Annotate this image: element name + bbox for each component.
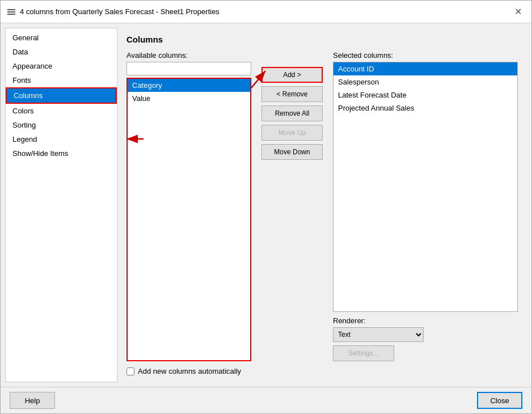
sidebar-item-show-hide[interactable]: Show/Hide Items: [6, 146, 117, 160]
sidebar-item-appearance[interactable]: Appearance: [6, 59, 117, 73]
window-close-button[interactable]: ✕: [511, 5, 525, 19]
selected-item-projected-sales[interactable]: Projected Annual Sales: [333, 102, 517, 115]
dialog-title: 4 columns from Quarterly Sales Forecast …: [20, 7, 219, 16]
sidebar: General Data Appearance Fonts Columns Co…: [5, 28, 117, 382]
selected-label: Selected columns:: [333, 51, 518, 60]
title-bar: 4 columns from Quarterly Sales Forecast …: [1, 1, 531, 23]
remove-button[interactable]: < Remove: [261, 86, 323, 102]
renderer-section: Renderer: Text Number Date Boolean Setti…: [333, 316, 518, 361]
sidebar-item-legend[interactable]: Legend: [6, 132, 117, 146]
dialog-footer: Help Close: [1, 387, 531, 413]
selected-item-salesperson[interactable]: Salesperson: [333, 75, 517, 88]
buttons-section: Add > < Remove Remove All Move Up Move D…: [258, 51, 326, 361]
move-down-button[interactable]: Move Down: [261, 144, 323, 160]
add-button[interactable]: Add >: [261, 67, 323, 83]
list-item-category[interactable]: Category: [128, 79, 250, 92]
auto-add-checkbox[interactable]: [126, 367, 134, 375]
main-content: Columns Available columns: Category Valu…: [117, 28, 527, 382]
available-columns-section: Available columns: Category Value: [126, 51, 251, 361]
available-label: Available columns:: [126, 51, 251, 60]
dialog-body: General Data Appearance Fonts Columns Co…: [1, 23, 531, 387]
list-item-value[interactable]: Value: [128, 92, 250, 105]
help-button[interactable]: Help: [10, 392, 55, 409]
remove-all-button[interactable]: Remove All: [261, 105, 323, 121]
auto-add-label: Add new columns automatically: [138, 367, 241, 375]
close-button[interactable]: Close: [477, 392, 522, 409]
available-columns-list: Category Value: [126, 78, 251, 361]
selected-columns-section: Selected columns: Account ID Salesperson…: [333, 51, 518, 361]
renderer-label: Renderer:: [333, 316, 518, 325]
auto-add-row: Add new columns automatically: [126, 367, 518, 375]
columns-area: Available columns: Category Value: [126, 51, 518, 361]
sidebar-item-data[interactable]: Data: [6, 45, 117, 59]
sidebar-item-general[interactable]: General: [6, 31, 117, 45]
renderer-select[interactable]: Text Number Date Boolean: [333, 327, 424, 342]
sidebar-item-colors[interactable]: Colors: [6, 104, 117, 118]
sidebar-item-columns[interactable]: Columns: [6, 87, 117, 104]
section-title: Columns: [126, 35, 518, 44]
renderer-row: Text Number Date Boolean: [333, 327, 518, 342]
column-search-input[interactable]: [126, 62, 251, 75]
sidebar-item-sorting[interactable]: Sorting: [6, 118, 117, 132]
app-icon: [7, 9, 15, 15]
dialog: 4 columns from Quarterly Sales Forecast …: [0, 0, 532, 414]
title-bar-left: 4 columns from Quarterly Sales Forecast …: [7, 7, 219, 16]
settings-button: Settings...: [333, 345, 394, 361]
selected-columns-list: Account ID Salesperson Latest Forecast D…: [333, 62, 518, 312]
selected-item-latest-forecast[interactable]: Latest Forecast Date: [333, 88, 517, 102]
selected-item-account-id[interactable]: Account ID: [333, 62, 517, 75]
move-up-button[interactable]: Move Up: [261, 125, 323, 141]
sidebar-item-fonts[interactable]: Fonts: [6, 73, 117, 87]
